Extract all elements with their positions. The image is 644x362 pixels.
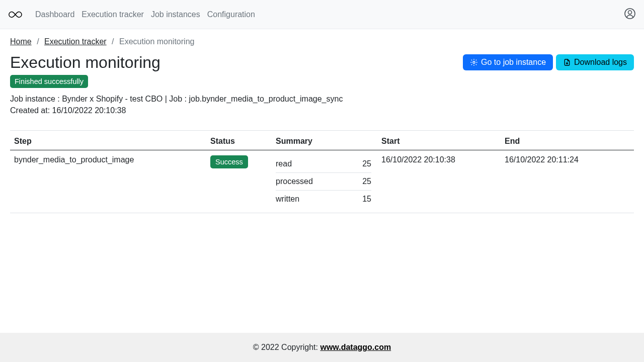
user-menu[interactable] — [624, 8, 636, 22]
nav-configuration[interactable]: Configuration — [207, 10, 255, 19]
footer-copyright: © 2022 Copyright: — [253, 343, 320, 351]
cell-step: bynder_media_to_product_image — [10, 150, 206, 213]
summary-item-processed: processed 25 — [276, 173, 371, 191]
table-header-row: Step Status Summary Start End — [10, 131, 634, 150]
download-logs-button[interactable]: Download logs — [556, 54, 634, 70]
summary-value: 25 — [362, 159, 371, 168]
action-buttons: Go to job instance Download logs — [463, 54, 634, 70]
go-to-job-instance-button[interactable]: Go to job instance — [463, 54, 553, 70]
summary-item-read: read 25 — [276, 155, 371, 173]
download-logs-label: Download logs — [574, 58, 627, 67]
cell-summary: read 25 processed 25 written 15 — [272, 150, 377, 213]
th-status: Status — [206, 131, 272, 150]
cell-status: Success — [206, 150, 272, 213]
logo[interactable] — [8, 10, 26, 20]
go-to-job-instance-label: Go to job instance — [481, 58, 546, 67]
nav-execution-tracker[interactable]: Execution tracker — [82, 10, 144, 19]
footer: © 2022 Copyright: www.dataggo.com — [0, 333, 644, 362]
svg-point-1 — [628, 11, 632, 14]
steps-table: Step Status Summary Start End bynder_med… — [10, 131, 634, 213]
svg-point-2 — [473, 61, 475, 63]
meta-lines: Job instance : Bynder x Shopify - test C… — [10, 93, 634, 116]
th-step: Step — [10, 131, 206, 150]
summary-label: read — [276, 159, 292, 168]
breadcrumb-home[interactable]: Home — [10, 37, 32, 46]
user-circle-icon — [624, 8, 636, 20]
summary-item-written: written 15 — [276, 191, 371, 208]
footer-link[interactable]: www.dataggo.com — [320, 343, 391, 351]
summary-label: processed — [276, 177, 313, 186]
breadcrumb: Home / Execution tracker / Execution mon… — [10, 37, 634, 46]
breadcrumb-current: Execution monitoring — [119, 37, 194, 46]
summary-label: written — [276, 195, 299, 204]
cell-end: 16/10/2022 20:11:24 — [501, 150, 634, 213]
table-row: bynder_media_to_product_image Success re… — [10, 150, 634, 213]
infinity-icon — [8, 10, 26, 20]
nav-dashboard[interactable]: Dashboard — [35, 10, 74, 19]
file-download-icon — [563, 58, 571, 66]
th-summary: Summary — [272, 131, 377, 150]
breadcrumb-sep: / — [37, 37, 39, 46]
breadcrumb-tracker[interactable]: Execution tracker — [44, 37, 107, 46]
gear-icon — [470, 58, 478, 66]
navbar: Dashboard Execution tracker Job instance… — [0, 0, 644, 29]
cell-start: 16/10/2022 20:10:38 — [377, 150, 501, 213]
th-start: Start — [377, 131, 501, 150]
meta-created-at: Created at: 16/10/2022 20:10:38 — [10, 105, 634, 116]
summary-value: 15 — [362, 195, 371, 204]
step-status-badge: Success — [210, 155, 248, 168]
nav-job-instances[interactable]: Job instances — [151, 10, 200, 19]
breadcrumb-sep: / — [112, 37, 114, 46]
summary-value: 25 — [362, 177, 371, 186]
meta-job-instance: Job instance : Bynder x Shopify - test C… — [10, 93, 634, 105]
th-end: End — [501, 131, 634, 150]
summary-list: read 25 processed 25 written 15 — [276, 155, 371, 208]
page-content: Home / Execution tracker / Execution mon… — [0, 29, 644, 333]
nav-links: Dashboard Execution tracker Job instance… — [35, 10, 255, 19]
status-badge: Finished successfully — [10, 75, 88, 88]
title-row: Execution monitoring Go to job instance … — [10, 53, 634, 72]
page-title: Execution monitoring — [10, 53, 160, 72]
